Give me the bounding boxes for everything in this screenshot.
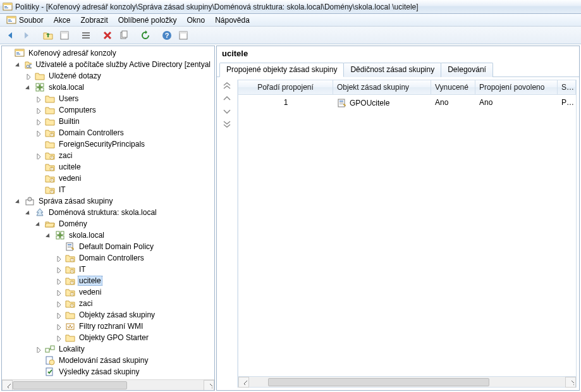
scroll-thumb[interactable] [13,381,127,389]
menu-help[interactable]: Nápověda [210,15,255,26]
tree-ou-fsp[interactable]: ForeignSecurityPrincipals [34,138,213,150]
tree-hscrollbar[interactable] [2,379,214,390]
tab-delegation[interactable]: Delegování [441,63,493,77]
tree-ou-it[interactable]: IT [34,184,213,195]
results-icon [45,367,55,377]
tree-root[interactable]: Kořenový adresář konzoly [3,47,213,59]
menu-action[interactable]: Akce [49,15,76,26]
tree-ou-zaci[interactable]: zaci [34,150,213,161]
tab-strip: Propojené objekty zásad skupiny Dědičnos… [217,62,579,77]
help-button[interactable] [159,28,174,42]
properties-button[interactable] [57,28,72,42]
tree-ou-computers[interactable]: Computers [34,104,213,116]
menu-favorites[interactable]: Oblíbené položky [113,15,182,26]
folder-up-icon [43,30,53,40]
tree-ddp[interactable]: Default Domain Policy [54,241,213,252]
table-hscrollbar[interactable] [238,377,577,388]
chevron-up-icon [222,94,232,104]
col-gpo[interactable]: Objekt zásad skupiny [333,80,431,94]
back-button[interactable] [3,28,18,42]
tree-domain-gp[interactable]: skola.local [44,230,213,241]
app-icon [3,2,13,12]
menu-file[interactable]: Soubor [1,14,49,27]
tree-gp-objects[interactable]: Objekty zásad skupiny [54,309,213,321]
menu-window[interactable]: Okno [181,15,210,26]
forward-button[interactable] [19,28,34,42]
move-down-button[interactable] [220,106,234,116]
table-header: Pořadí propojení Objekt zásad skupiny Vy… [238,80,577,95]
tree-forest[interactable]: Doménová struktura: skola.local [23,207,213,218]
tree-gp-starter[interactable]: Objekty GPO Starter [54,332,213,343]
scroll-right-button[interactable] [565,377,576,388]
tree-gp-vedeni[interactable]: vedeni [54,286,213,298]
tab-inheritance[interactable]: Dědičnost zásad skupiny [343,63,441,77]
move-top-button[interactable] [220,81,234,91]
aduc-icon [25,59,32,70]
scroll-left-button[interactable] [2,380,13,391]
tree-ou-dc[interactable]: Domain Controllers [34,127,213,138]
tab-linked-gpos[interactable]: Propojené objekty zásad skupiny [219,63,344,77]
table-row[interactable]: 1 GPOUcitele Ano Ano Povo [238,95,576,111]
folder-icon [45,139,55,149]
expander-closed-icon [35,95,42,102]
col-link-enabled[interactable]: Propojení povoleno [475,80,558,94]
col-order[interactable]: Pořadí propojení [238,80,333,94]
tree-domains[interactable]: Domény [34,218,213,230]
title-bar: Politiky - [Kořenový adresář konzoly\Spr… [0,0,581,14]
scroll-track[interactable] [13,380,204,391]
cell-state: Povo [558,97,576,109]
ou-icon [65,287,75,297]
tree-sites[interactable]: Lokality [34,343,213,355]
list-button[interactable] [78,28,94,42]
tree-gp-dc[interactable]: Domain Controllers [54,252,213,264]
ou-icon [45,150,55,161]
wmi-icon [65,321,75,331]
help2-button[interactable] [176,28,191,42]
tree-results[interactable]: Výsledky zásad skupiny [34,366,213,377]
copy-button[interactable] [116,28,131,42]
delete-icon [102,30,113,40]
tree-gp-wmi[interactable]: Filtry rozhraní WMI [54,321,213,332]
tree-saved-queries[interactable]: Uložené dotazy [23,70,213,82]
expander-open-icon [25,209,32,216]
col-enforced[interactable]: Vynucené [431,80,475,94]
tree-gp-ucitele[interactable]: ucitele [54,275,213,286]
tree-gpm[interactable]: Správa zásad skupiny [13,195,213,207]
tree-ou-builtin[interactable]: Builtin [34,116,213,127]
tree-modeling[interactable]: Modelování zásad skupiny [34,355,213,366]
delete-button[interactable] [100,28,115,42]
tree-domain-ad[interactable]: skola.local [23,82,213,93]
folder-icon [65,310,75,320]
details-header: ucitele [217,46,579,62]
tree-aduc[interactable]: Uživatelé a počítače služby Active Direc… [13,59,213,70]
tree-gp-it[interactable]: IT [54,264,213,275]
tree-ou-vedeni[interactable]: vedeni [34,173,213,184]
expander-closed-icon [55,288,63,296]
menu-view[interactable]: Zobrazit [75,15,113,26]
cell-gpo: GPOUcitele [333,97,431,109]
scroll-thumb[interactable] [268,378,489,386]
refresh-button[interactable] [138,28,153,42]
move-up-button[interactable] [220,94,234,104]
toolbar [0,27,581,44]
chevron-down-icon [222,106,232,116]
folder-icon [45,219,55,229]
tree-ou-users[interactable]: Users [34,93,213,104]
tree-pane[interactable]: Kořenový adresář konzoly Uživatelé a poč… [1,46,215,391]
col-state[interactable]: Stav [558,80,576,94]
scroll-right-button[interactable] [204,380,214,391]
table-body[interactable]: 1 GPOUcitele Ano Ano Povo [238,95,577,377]
cell-link-enabled: Ano [475,97,558,109]
chevron-right-icon [568,379,574,385]
expander-closed-icon [55,300,63,307]
expander-open-icon [15,61,22,68]
scroll-track[interactable] [249,377,565,388]
tree-gp-zaci[interactable]: zaci [54,298,213,309]
tree-ou-ucitele[interactable]: ucitele [34,161,213,173]
move-bottom-button[interactable] [220,119,234,129]
expander-closed-icon [35,152,42,159]
up-button[interactable] [40,28,56,42]
expander-open-icon [45,231,52,239]
scroll-left-button[interactable] [238,377,249,388]
gpm-icon [25,196,35,206]
